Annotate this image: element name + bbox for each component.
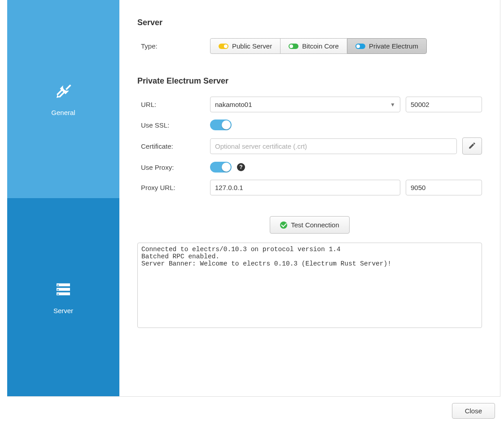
test-button-label: Test Connection [291, 221, 339, 229]
use-ssl-row: Use SSL: [137, 120, 482, 130]
server-icon [54, 280, 72, 300]
proxy-url-row: Proxy URL: [137, 180, 482, 195]
proxy-url-label: Proxy URL: [137, 184, 205, 191]
tools-icon [54, 82, 72, 102]
type-option-label: Public Server [232, 42, 272, 50]
proxy-port-input[interactable] [406, 180, 482, 195]
url-value: nakamoto01 [215, 101, 252, 108]
use-ssl-toggle[interactable] [210, 120, 232, 130]
help-icon[interactable]: ? [237, 163, 245, 171]
sidebar-item-label: Server [53, 307, 73, 314]
use-ssl-label: Use SSL: [137, 121, 205, 129]
private-electrum-heading: Private Electrum Server [137, 76, 482, 86]
sidebar-item-server[interactable]: Server [7, 198, 119, 396]
test-connection-button[interactable]: Test Connection [270, 216, 350, 234]
url-dropdown[interactable]: nakamoto01 ▼ [210, 97, 400, 112]
type-option-public-server[interactable]: Public Server [210, 38, 280, 54]
type-option-private-electrum[interactable]: Private Electrum [347, 38, 427, 54]
sidebar-item-general[interactable]: General [7, 0, 119, 198]
sidebar: General Server [7, 0, 119, 396]
url-label: URL: [137, 101, 205, 108]
settings-dialog: General Server Server Type: Public Serve… [0, 0, 504, 425]
use-proxy-label: Use Proxy: [137, 164, 205, 171]
sidebar-item-label: General [51, 109, 75, 116]
edit-icon [468, 142, 476, 151]
toggle-icon [219, 44, 228, 49]
certificate-browse-button[interactable] [462, 137, 482, 155]
check-circle-icon [280, 221, 287, 229]
connection-output[interactable]: Connected to electrs/0.10.3 on protocol … [137, 243, 482, 328]
certificate-row: Certificate: [137, 137, 482, 155]
server-type-row: Type: Public Server Bitcoin Core Private… [137, 38, 482, 54]
content-panel: Server Type: Public Server Bitcoin Core … [119, 0, 500, 396]
use-proxy-row: Use Proxy: ? [137, 162, 482, 173]
server-heading: Server [137, 18, 482, 27]
certificate-input[interactable] [210, 138, 457, 154]
close-button[interactable]: Close [452, 403, 495, 419]
chevron-down-icon: ▼ [390, 102, 395, 108]
toggle-icon [289, 44, 298, 49]
port-input[interactable] [406, 97, 482, 112]
type-option-bitcoin-core[interactable]: Bitcoin Core [280, 38, 347, 54]
proxy-host-input[interactable] [210, 180, 400, 195]
toggle-icon [355, 44, 365, 49]
certificate-label: Certificate: [137, 142, 205, 150]
type-option-label: Bitcoin Core [302, 42, 339, 50]
dialog-body: General Server Server Type: Public Serve… [7, 0, 500, 397]
dialog-footer: Close [0, 397, 504, 425]
server-type-group: Public Server Bitcoin Core Private Elect… [210, 38, 427, 54]
use-proxy-toggle[interactable] [210, 162, 232, 173]
url-row: URL: nakamoto01 ▼ [137, 97, 482, 112]
type-label: Type: [137, 42, 205, 50]
type-option-label: Private Electrum [369, 42, 418, 50]
